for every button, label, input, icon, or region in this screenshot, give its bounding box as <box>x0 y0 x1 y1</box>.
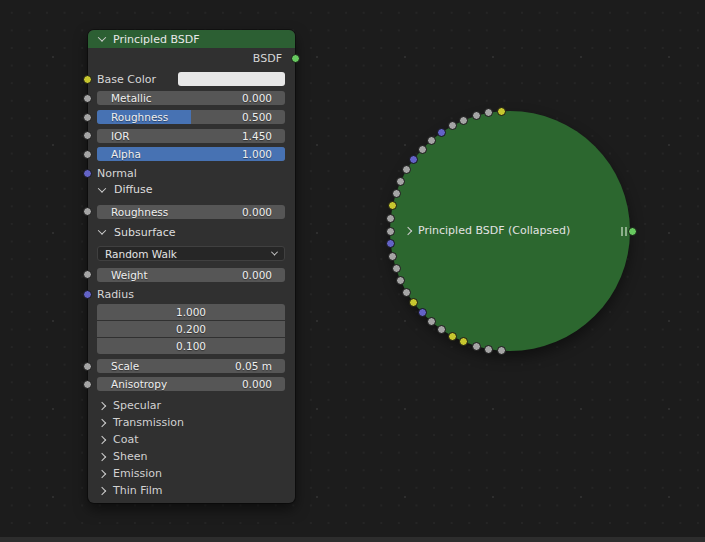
alpha-slider[interactable]: Alpha 1.000 <box>97 147 285 161</box>
collapsed-input-socket[interactable] <box>459 337 468 346</box>
transmission-panel-label: Transmission <box>113 416 184 429</box>
collapsed-input-socket[interactable] <box>396 177 405 186</box>
subsurface-scale-label: Scale <box>111 360 139 372</box>
collapsed-input-socket[interactable] <box>497 346 506 355</box>
collapsed-input-socket[interactable] <box>497 107 506 116</box>
radius-label: Radius <box>97 288 134 301</box>
metallic-label: Metallic <box>111 92 152 104</box>
transmission-chevron-icon <box>98 418 106 426</box>
collapsed-bsdf-output-socket[interactable] <box>628 227 637 236</box>
base-color-label: Base Color <box>97 73 156 86</box>
diffuse-chevron-icon <box>98 184 106 192</box>
collapsed-input-socket[interactable] <box>402 165 411 174</box>
diffuse-roughness-input-socket[interactable] <box>83 207 92 216</box>
subsurface-panel-header[interactable]: Subsurface <box>88 225 295 240</box>
subsurface-anisotropy-input-socket[interactable] <box>83 380 92 389</box>
collapsed-input-socket[interactable] <box>418 308 427 317</box>
collapsed-input-socket[interactable] <box>418 145 427 154</box>
subsurface-weight-slider[interactable]: Weight 0.000 <box>97 268 285 282</box>
specular-panel-header[interactable]: Specular <box>88 398 295 413</box>
collapsed-input-socket[interactable] <box>472 111 481 120</box>
diffuse-panel-label: Diffuse <box>114 183 153 196</box>
collapsed-input-socket[interactable] <box>427 136 436 145</box>
metallic-input-socket[interactable] <box>83 94 92 103</box>
collapsed-input-socket[interactable] <box>392 189 401 198</box>
principled-bsdf-node[interactable]: Principled BSDF BSDF Base Color Metallic… <box>88 30 295 503</box>
thin-film-panel-header[interactable]: Thin Film <box>88 483 295 498</box>
normal-input-socket[interactable] <box>83 169 92 178</box>
collapsed-node-grip[interactable] <box>621 227 627 236</box>
sheen-panel-label: Sheen <box>113 450 147 463</box>
bsdf-output-socket[interactable] <box>291 54 300 63</box>
ior-label: IOR <box>111 130 130 142</box>
roughness-slider[interactable]: Roughness 0.500 <box>97 110 285 124</box>
collapsed-input-socket[interactable] <box>427 317 436 326</box>
collapsed-node-title[interactable]: Principled BSDF (Collapsed) <box>405 224 570 237</box>
sheen-panel-header[interactable]: Sheen <box>88 449 295 464</box>
coat-panel-header[interactable]: Coat <box>88 432 295 447</box>
roughness-input-socket[interactable] <box>83 113 92 122</box>
collapsed-input-socket[interactable] <box>437 128 446 137</box>
diffuse-roughness-label: Roughness <box>111 206 168 218</box>
subsurface-weight-value: 0.000 <box>242 269 272 281</box>
coat-panel-label: Coat <box>113 433 138 446</box>
collapsed-input-socket[interactable] <box>484 108 493 117</box>
collapsed-input-socket[interactable] <box>396 276 405 285</box>
base-color-swatch[interactable] <box>178 72 285 86</box>
dropdown-chevron-icon <box>271 249 278 256</box>
radius-x-field[interactable]: 1.000 <box>97 304 285 320</box>
thin-film-panel-label: Thin Film <box>113 484 163 497</box>
radius-row: Radius <box>88 287 295 301</box>
diffuse-panel-header[interactable]: Diffuse <box>88 182 295 197</box>
collapsed-input-socket[interactable] <box>409 155 418 164</box>
principled-bsdf-collapsed-node[interactable]: Principled BSDF (Collapsed) <box>390 111 630 351</box>
collapsed-input-socket[interactable] <box>392 264 401 273</box>
bsdf-output-label: BSDF <box>253 52 282 65</box>
specular-chevron-icon <box>98 401 106 409</box>
node-header[interactable]: Principled BSDF <box>88 30 295 48</box>
collapsed-input-socket[interactable] <box>402 288 411 297</box>
emission-panel-label: Emission <box>113 467 162 480</box>
subsurface-anisotropy-slider[interactable]: Anisotropy 0.000 <box>97 377 285 391</box>
radius-input-socket[interactable] <box>83 290 92 299</box>
collapsed-input-socket[interactable] <box>386 214 395 223</box>
transmission-panel-header[interactable]: Transmission <box>88 415 295 430</box>
collapsed-input-socket[interactable] <box>437 325 446 334</box>
alpha-value: 1.000 <box>242 148 272 160</box>
ior-slider[interactable]: IOR 1.450 <box>97 129 285 143</box>
collapsed-input-socket[interactable] <box>472 342 481 351</box>
collapsed-input-socket[interactable] <box>388 201 397 210</box>
collapsed-input-socket[interactable] <box>459 116 468 125</box>
collapsed-input-socket[interactable] <box>448 121 457 130</box>
collapsed-input-socket[interactable] <box>386 227 395 236</box>
emission-panel-header[interactable]: Emission <box>88 466 295 481</box>
subsurface-method-dropdown[interactable]: Random Walk <box>97 246 285 261</box>
subsurface-scale-slider[interactable]: Scale 0.05 m <box>97 359 285 373</box>
normal-label: Normal <box>97 167 137 180</box>
normal-row: Normal <box>88 166 295 180</box>
subsurface-scale-value: 0.05 m <box>235 360 272 372</box>
collapsed-input-socket[interactable] <box>386 239 395 248</box>
roughness-label: Roughness <box>111 111 168 123</box>
alpha-label: Alpha <box>111 148 141 160</box>
collapsed-input-socket[interactable] <box>388 252 397 261</box>
collapse-chevron-icon[interactable] <box>98 33 106 41</box>
ior-input-socket[interactable] <box>83 131 92 140</box>
specular-panel-label: Specular <box>113 399 161 412</box>
base-color-input-socket[interactable] <box>83 75 92 84</box>
metallic-slider[interactable]: Metallic 0.000 <box>97 91 285 105</box>
collapsed-input-socket[interactable] <box>484 345 493 354</box>
radius-z-field[interactable]: 0.100 <box>97 338 285 354</box>
subsurface-weight-input-socket[interactable] <box>83 270 92 279</box>
subsurface-weight-label: Weight <box>111 269 148 281</box>
collapsed-input-socket[interactable] <box>448 332 457 341</box>
collapsed-input-socket[interactable] <box>409 298 418 307</box>
expand-chevron-icon[interactable] <box>404 226 412 234</box>
ior-value: 1.450 <box>242 130 272 142</box>
subsurface-scale-input-socket[interactable] <box>83 362 92 371</box>
radius-y-field[interactable]: 0.200 <box>97 321 285 337</box>
window-edge <box>0 537 705 542</box>
alpha-input-socket[interactable] <box>83 150 92 159</box>
radius-vector-fields: 1.000 0.200 0.100 <box>97 304 285 354</box>
diffuse-roughness-slider[interactable]: Roughness 0.000 <box>97 205 285 219</box>
